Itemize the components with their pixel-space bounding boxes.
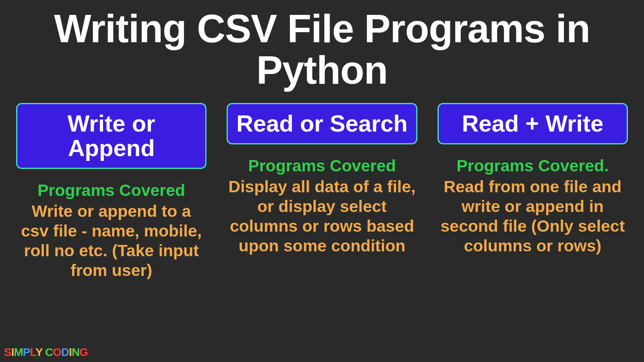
card-read-write: Read + Write [438,103,628,144]
programs-label: Programs Covered [37,181,185,200]
card-title: Read + Write [443,111,623,136]
column-write-append: Write or Append Programs Covered Write o… [16,103,206,281]
card-title: Write or Append [21,111,201,160]
column-read-write: Read + Write Programs Covered. Read from… [438,103,628,281]
columns-container: Write or Append Programs Covered Write o… [0,91,644,281]
column-read-search: Read or Search Programs Covered Display … [227,103,417,281]
brand-logo: SIMPLY CODING [4,346,88,359]
description-text: Write or append to a csv file - name, mo… [16,202,206,281]
description-text: Display all data of a file, or display s… [227,177,417,256]
card-title: Read or Search [232,111,412,136]
card-write-append: Write or Append [16,103,206,169]
programs-label: Programs Covered [248,156,396,175]
card-read-search: Read or Search [227,103,417,144]
description-text: Read from one file and write or append i… [438,177,628,256]
programs-label: Programs Covered. [456,156,609,175]
page-title: Writing CSV File Programs in Python [0,0,644,91]
